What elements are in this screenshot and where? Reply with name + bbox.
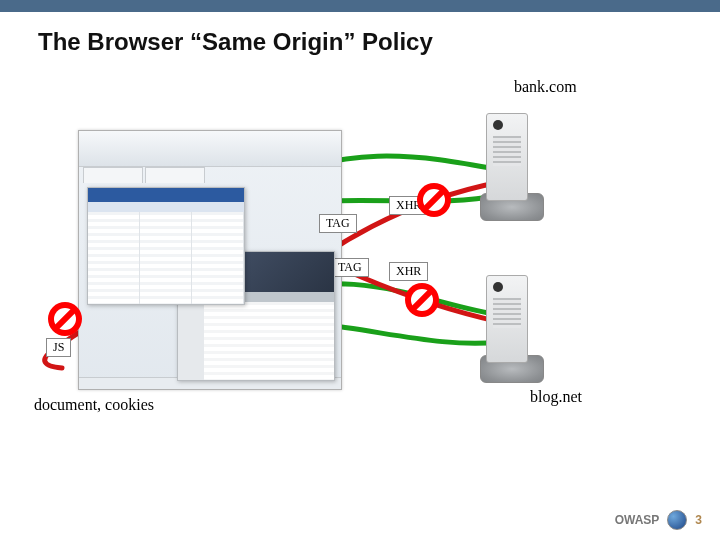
prohibit-icon	[48, 302, 82, 336]
label-document-cookies: document, cookies	[34, 396, 154, 414]
prohibit-icon	[405, 283, 439, 317]
globe-icon	[667, 510, 687, 530]
label-server-blog: blog.net	[530, 388, 582, 406]
browser-window	[78, 130, 342, 390]
prohibit-icon	[417, 183, 451, 217]
server-bank	[480, 113, 544, 221]
label-tag: TAG	[319, 214, 357, 233]
browser-tabs	[83, 167, 337, 183]
label-server-bank: bank.com	[514, 78, 577, 96]
label-xhr: XHR	[389, 262, 428, 281]
page-bank	[87, 187, 245, 305]
footer-org: OWASP	[615, 513, 660, 527]
browser-chrome	[79, 131, 341, 167]
page-number: 3	[695, 513, 702, 527]
footer: OWASP 3	[615, 510, 702, 530]
server-blog	[480, 275, 544, 383]
label-js: JS	[46, 338, 71, 357]
label-tag: TAG	[331, 258, 369, 277]
